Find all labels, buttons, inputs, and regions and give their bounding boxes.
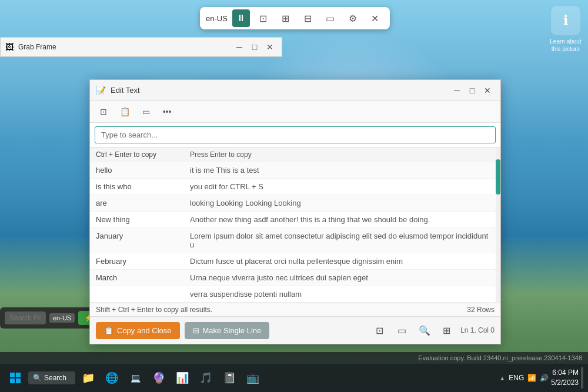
taskbar-clock[interactable]: 6:04 PM 5/2/2023 <box>551 368 579 388</box>
table-row[interactable]: hello it is me This is a test <box>90 162 500 179</box>
row-key: March <box>90 270 184 286</box>
bottom-btn-1[interactable]: ⊡ <box>371 321 389 339</box>
row-key: is this who <box>90 179 184 195</box>
row-val: looking Looking Looking Looking <box>184 195 500 212</box>
edit-text-max[interactable]: □ <box>465 83 479 98</box>
system-tray: ▲ ENG 📶 🔊 <box>499 374 549 382</box>
taskbar-vscode[interactable]: 💻 <box>125 367 146 388</box>
et-btn-paste[interactable]: 📋 <box>116 103 133 120</box>
tray-chevron[interactable]: ▲ <box>499 375 505 381</box>
top-toolbar: en-US ⏸ ⊡ ⊞ ⊟ ▭ ⚙ ✕ <box>200 7 390 29</box>
table-scrollbar-thumb <box>496 159 500 195</box>
copy-close-label: Copy and Close <box>117 326 172 335</box>
search-input[interactable] <box>95 126 496 143</box>
lang-label: en-US <box>206 14 228 23</box>
table-scrollbar[interactable] <box>496 148 500 303</box>
row-count-text: 32 Rows <box>467 306 495 314</box>
build-bar: Evaluation copy. Build 23440.ni_prerelea… <box>0 352 588 364</box>
grab-frame-titlebar: 🖼 Grab Frame ─ □ ✕ <box>1 38 282 56</box>
row-val: you edit for CTRL + S <box>184 179 500 195</box>
learn-about-icon: ℹ <box>551 6 580 35</box>
start-button[interactable] <box>5 367 26 388</box>
hint-col1: Ctrl + Enter to copy <box>90 148 184 162</box>
row-key: February <box>90 253 184 270</box>
grab-frame-title: Grab Frame <box>18 43 56 51</box>
row-val: verra suspendisse potenti nullam <box>184 286 500 303</box>
taskbar-visual-studio[interactable]: 🔮 <box>148 367 169 388</box>
edit-text-titlebar: 📝 Edit Text ─ □ ✕ <box>90 80 500 101</box>
show-desktop[interactable] <box>581 367 583 388</box>
taskbar-onenote[interactable]: 📓 <box>219 367 240 388</box>
bottom-btn-search[interactable]: 🔍 <box>416 321 433 339</box>
et-btn-more[interactable]: ••• <box>158 103 176 120</box>
status-hint-text: Shift + Ctrl + Enter to copy all results… <box>96 306 212 314</box>
data-table: Ctrl + Enter to copy Press Enter to copy… <box>90 148 500 303</box>
grab-search-input[interactable] <box>5 311 46 324</box>
row-key <box>90 286 184 303</box>
edit-text-title: Edit Text <box>111 86 140 95</box>
grab-frame-min[interactable]: ─ <box>232 40 246 54</box>
taskbar-other[interactable]: 📺 <box>242 367 263 388</box>
learn-about-label: Learn about this picture <box>548 38 583 53</box>
edit-text-toolbar: ⊡ 📋 ▭ ••• <box>90 101 500 123</box>
svg-rect-3 <box>16 378 21 383</box>
windows-logo-icon <box>9 372 21 384</box>
settings-btn[interactable]: ⚙ <box>344 9 362 27</box>
svg-rect-0 <box>10 373 15 377</box>
edit-text-bottom-toolbar: 📋 Copy and Close ⊟ Make Single Line ⊡ ▭ … <box>90 316 500 344</box>
edit-text-min[interactable]: ─ <box>450 83 464 98</box>
taskbar-file-explorer[interactable]: 📁 <box>78 367 99 388</box>
svg-rect-1 <box>16 373 21 377</box>
table-row[interactable]: New thing Another new thing asdf another… <box>90 212 500 228</box>
taskbar-edge[interactable]: 🌐 <box>101 367 122 388</box>
row-key: New thing <box>90 212 184 228</box>
row-key: hello <box>90 162 184 179</box>
layout-btn-1[interactable]: ⊡ <box>255 9 272 27</box>
edit-text-controls: ─ □ ✕ <box>450 83 495 98</box>
table-container[interactable]: Ctrl + Enter to copy Press Enter to copy… <box>90 148 500 303</box>
taskbar-excel[interactable]: 📊 <box>172 367 193 388</box>
et-btn-layout[interactable]: ▭ <box>137 103 155 120</box>
tray-lang[interactable]: ENG <box>509 374 524 382</box>
row-key: are <box>90 195 184 212</box>
taskbar-search[interactable]: 🔍 Search <box>28 371 75 384</box>
edit-text-window: 📝 Edit Text ─ □ ✕ ⊡ 📋 ▭ ••• Ctrl + Enter… <box>89 79 501 344</box>
edit-text-close[interactable]: ✕ <box>480 83 495 98</box>
row-val: it is me This is a test <box>184 162 500 179</box>
layout-btn-3[interactable]: ⊟ <box>299 9 317 27</box>
pause-btn[interactable]: ⏸ <box>232 9 250 27</box>
layout-btn-2[interactable]: ⊞ <box>277 9 295 27</box>
grab-lang-badge: en-US <box>49 313 75 323</box>
hint-row: Ctrl + Enter to copy Press Enter to copy <box>90 148 500 162</box>
table-row[interactable]: are looking Looking Looking Looking <box>90 195 500 212</box>
close-btn[interactable]: ✕ <box>366 9 384 27</box>
table-row[interactable]: January Lorem ipsum dolor sit amet conse… <box>90 228 500 253</box>
edit-text-icon: 📝 <box>96 86 106 95</box>
grab-frame-controls: ─ □ ✕ <box>232 40 277 54</box>
row-val: Urna neque viverra justo nec ultrices du… <box>184 270 500 286</box>
row-key: January <box>90 228 184 253</box>
grab-frame-icon: 🖼 <box>5 42 14 52</box>
search-bar-container <box>90 123 500 148</box>
single-line-icon: ⊟ <box>193 326 199 335</box>
grab-frame-max[interactable]: □ <box>248 40 262 54</box>
grab-frame-close[interactable]: ✕ <box>263 40 277 54</box>
bottom-btn-grid[interactable]: ⊞ <box>438 321 456 339</box>
single-line-button[interactable]: ⊟ Make Single Line <box>185 322 270 339</box>
table-row[interactable]: is this who you edit for CTRL + S <box>90 179 500 195</box>
build-text: Evaluation copy. Build 23440.ni_prerelea… <box>418 354 582 361</box>
taskbar-spotify[interactable]: 🎵 <box>195 367 216 388</box>
copy-close-button[interactable]: 📋 Copy and Close <box>96 322 180 339</box>
table-row[interactable]: verra suspendisse potenti nullam <box>90 286 500 303</box>
table-row[interactable]: March Urna neque viverra justo nec ultri… <box>90 270 500 286</box>
row-val: Another new thing asdf another! this is … <box>184 212 500 228</box>
table-row[interactable]: February Dictum fusce ut placerat orci n… <box>90 253 500 270</box>
layout-btn-4[interactable]: ▭ <box>322 9 339 27</box>
volume-icon: 🔊 <box>540 374 549 382</box>
svg-rect-2 <box>10 378 15 383</box>
clock-time: 6:04 PM <box>551 368 579 378</box>
et-btn-copy-content[interactable]: ⊡ <box>95 103 112 120</box>
bottom-btn-2[interactable]: ▭ <box>393 321 411 339</box>
cursor-position-status: Ln 1, Col 0 <box>460 326 495 334</box>
search-label: Search <box>44 374 66 382</box>
